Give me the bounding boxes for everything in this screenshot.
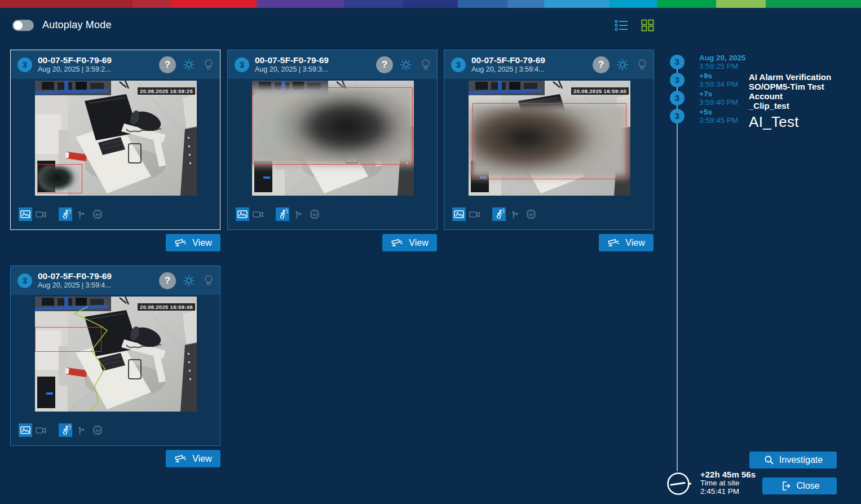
ai-overlay-icon[interactable]	[91, 423, 104, 437]
video-mode-icon[interactable]	[34, 423, 48, 437]
alarm-card[interactable]: 3 00-07-5F-F0-79-69 Aug 20, 2025 | 3:59:…	[444, 50, 654, 230]
site-time: 2:45:41 PM	[700, 488, 756, 496]
camera-timestamp-overlay: 20.08.2025 16:59:40	[571, 87, 629, 95]
card-toolbar	[19, 207, 104, 221]
toggle-knob	[14, 21, 23, 30]
bulb-glyph	[202, 58, 215, 72]
snapshot-mode-icon[interactable]	[236, 207, 249, 221]
detection-box	[473, 103, 626, 179]
motion-overlay-icon[interactable]	[492, 207, 506, 221]
ai-overlay-icon[interactable]	[524, 207, 538, 221]
cctv-icon	[174, 238, 188, 248]
alarm-card[interactable]: 3 00-07-5F-F0-79-69 Aug 20, 2025 | 3:59:…	[10, 50, 220, 230]
list-view-icon[interactable]	[615, 19, 628, 32]
view-button-label: View	[409, 238, 428, 248]
branch-arrow-glyph	[76, 208, 88, 220]
detection-box	[253, 87, 413, 165]
close-label: Close	[797, 481, 820, 491]
motion-overlay-icon[interactable]	[59, 207, 72, 221]
help-icon[interactable]: ?	[159, 56, 176, 73]
timeline-event-marker[interactable]: 3	[670, 91, 685, 105]
trajectory-overlay-icon[interactable]	[75, 207, 89, 221]
snapshot-mode-icon[interactable]	[19, 423, 32, 437]
runner-glyph	[276, 208, 289, 220]
brightness-icon[interactable]	[182, 274, 196, 288]
video-glyph	[252, 209, 264, 220]
brightness-icon[interactable]	[182, 58, 196, 72]
help-icon[interactable]: ?	[376, 56, 393, 73]
video-glyph	[35, 425, 47, 436]
bulb-glyph	[419, 58, 432, 72]
card-header-icons: ?	[159, 50, 215, 79]
alarm-review-window: Autoplay Mode 3 00-07-5F-F0-79-69 Aug 20…	[0, 0, 861, 504]
sun-glyph	[182, 274, 196, 288]
view-button[interactable]: View	[382, 234, 437, 251]
ai-overlay-icon[interactable]	[91, 207, 104, 221]
lamp-icon[interactable]	[202, 274, 215, 288]
alarm-info-panel: AI Alarm Verification SO/OPM5-Tim Test A…	[749, 72, 847, 130]
grid-view-icon[interactable]	[641, 19, 654, 32]
motion-overlay-icon[interactable]	[276, 207, 289, 221]
time-at-site-icon	[666, 471, 692, 497]
card-header: 3 00-07-5F-F0-79-69 Aug 20, 2025 | 3:59:…	[228, 50, 437, 79]
alarm-type: AI Alarm Verification	[749, 72, 847, 82]
camera-subtitle: Aug 20, 2025 | 3:59:2...	[38, 65, 112, 74]
branch-arrow-glyph	[293, 208, 305, 220]
alarm-count-badge: 3	[17, 273, 32, 288]
autoplay-toggle[interactable]	[12, 20, 34, 31]
camera-snapshot	[252, 81, 414, 196]
event-offset: +7s	[699, 90, 738, 98]
timeline-event-marker[interactable]: 3	[670, 109, 685, 123]
timeline-event-time: +9s 3:59:34 PM	[699, 72, 738, 89]
view-button[interactable]: View	[599, 234, 654, 251]
sun-glyph	[182, 58, 196, 72]
ai-overlay-icon[interactable]	[308, 207, 321, 221]
time-at-site-panel: +22h 45m 56s Time at site 2:45:41 PM	[700, 470, 756, 496]
brightness-icon[interactable]	[616, 58, 629, 72]
camera-subtitle: Aug 20, 2025 | 3:59:3...	[255, 65, 329, 74]
camera-identity: 00-07-5F-F0-79-69 Aug 20, 2025 | 3:59:4.…	[38, 271, 112, 290]
lamp-icon[interactable]	[419, 58, 432, 72]
trajectory-overlay-icon[interactable]	[292, 207, 306, 221]
investigate-button[interactable]: Investigate	[749, 452, 837, 468]
alarm-count-badge: 3	[235, 58, 249, 72]
lamp-icon[interactable]	[635, 58, 649, 72]
elapsed-time: +22h 45m 56s	[700, 470, 756, 479]
lamp-icon[interactable]	[202, 58, 215, 72]
snapshot-mode-icon[interactable]	[452, 207, 466, 221]
help-icon[interactable]: ?	[593, 56, 610, 73]
alarm-card[interactable]: 3 00-07-5F-F0-79-69 Aug 20, 2025 | 3:59:…	[227, 50, 438, 230]
trajectory-overlay-icon[interactable]	[75, 423, 89, 437]
camera-title: 00-07-5F-F0-79-69	[38, 55, 112, 65]
view-button[interactable]: View	[166, 234, 220, 251]
camera-identity: 00-07-5F-F0-79-69 Aug 20, 2025 | 3:59:4.…	[471, 55, 545, 74]
motion-overlay-icon[interactable]	[59, 423, 72, 437]
video-mode-icon[interactable]	[34, 207, 48, 221]
card-header-icons: ?	[376, 50, 432, 79]
runner-glyph	[59, 208, 72, 220]
grid-view-glyph	[641, 19, 654, 32]
ai-chip-glyph	[91, 424, 104, 436]
alarm-card[interactable]: 3 00-07-5F-F0-79-69 Aug 20, 2025 | 3:59:…	[10, 266, 220, 446]
timeline-event-marker[interactable]: 3	[670, 73, 685, 87]
image-glyph	[20, 209, 31, 220]
snapshot-mode-icon[interactable]	[19, 207, 32, 221]
magnifier-icon	[763, 454, 775, 466]
event-date: Aug 20, 2025	[699, 54, 746, 62]
view-button[interactable]: View	[166, 450, 220, 467]
close-button[interactable]: Close	[762, 478, 837, 494]
timeline-event-marker[interactable]: 3	[670, 55, 685, 69]
image-glyph	[20, 425, 31, 436]
alarm-count-badge: 3	[451, 58, 466, 72]
video-mode-icon[interactable]	[468, 207, 482, 221]
brightness-icon[interactable]	[399, 58, 413, 72]
event-time: 3:59:34 PM	[699, 80, 738, 89]
help-icon[interactable]: ?	[159, 272, 176, 289]
timeline-event-time: +7s 3:59:40 PM	[699, 90, 738, 107]
trajectory-overlay-icon[interactable]	[509, 207, 522, 221]
card-header-icons: ?	[593, 50, 649, 79]
camera-snapshot: 20.08.2025 16:59:40	[469, 81, 630, 196]
video-mode-icon[interactable]	[251, 207, 265, 221]
runner-glyph	[59, 424, 72, 436]
event-time: 3:59:45 PM	[699, 116, 738, 125]
